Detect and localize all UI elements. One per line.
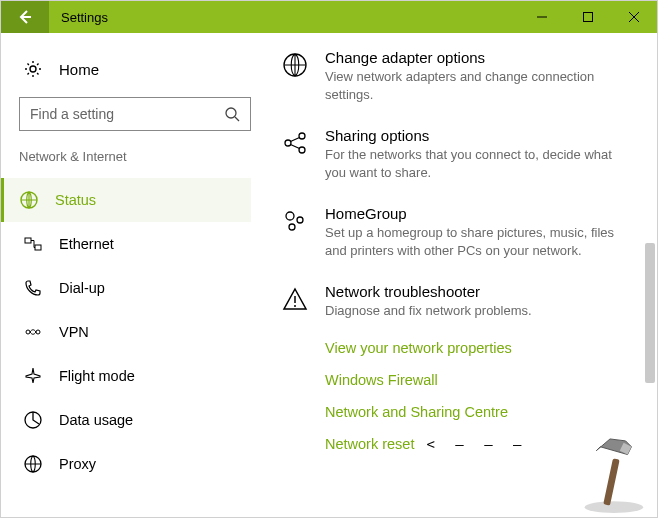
option-sharing[interactable]: Sharing options For the networks that yo… xyxy=(281,127,629,181)
main-panel: Change adapter options View network adap… xyxy=(269,33,657,517)
svg-line-20 xyxy=(291,145,300,149)
option-adapter[interactable]: Change adapter options View network adap… xyxy=(281,49,629,103)
svg-point-22 xyxy=(297,217,303,223)
option-title: HomeGroup xyxy=(325,205,629,222)
link-windows-firewall[interactable]: Windows Firewall xyxy=(325,372,629,388)
sidebar-item-ethernet[interactable]: Ethernet xyxy=(19,222,251,266)
sidebar: Home Find a setting Network & Internet S… xyxy=(1,33,269,517)
svg-point-5 xyxy=(30,66,36,72)
vpn-icon xyxy=(23,322,43,342)
maximize-button[interactable] xyxy=(565,1,611,33)
svg-point-11 xyxy=(26,330,30,334)
ethernet-icon xyxy=(23,234,43,254)
search-icon xyxy=(224,106,240,122)
nav-label: VPN xyxy=(59,324,89,340)
back-button[interactable] xyxy=(1,1,49,33)
home-label: Home xyxy=(59,61,99,78)
link-network-reset[interactable]: Network reset xyxy=(325,436,414,452)
svg-point-12 xyxy=(36,330,40,334)
home-nav[interactable]: Home xyxy=(19,51,251,97)
window-controls xyxy=(519,1,657,33)
svg-point-16 xyxy=(285,140,291,146)
svg-point-25 xyxy=(294,305,296,307)
share-icon xyxy=(281,129,309,157)
sidebar-item-proxy[interactable]: Proxy xyxy=(19,442,251,486)
data-icon xyxy=(23,410,43,430)
sidebar-item-status[interactable]: Status xyxy=(1,178,251,222)
airplane-icon xyxy=(23,366,43,386)
svg-point-6 xyxy=(226,108,236,118)
svg-rect-2 xyxy=(584,13,593,22)
phone-icon xyxy=(23,278,43,298)
close-button[interactable] xyxy=(611,1,657,33)
svg-point-18 xyxy=(299,147,305,153)
svg-point-17 xyxy=(299,133,305,139)
svg-rect-9 xyxy=(25,238,31,243)
option-desc: For the networks that you connect to, de… xyxy=(325,146,629,181)
svg-rect-10 xyxy=(35,245,41,250)
gear-icon xyxy=(23,59,43,79)
search-input[interactable]: Find a setting xyxy=(19,97,251,131)
content-area: Home Find a setting Network & Internet S… xyxy=(1,33,657,517)
sidebar-item-dialup[interactable]: Dial-up xyxy=(19,266,251,310)
link-list: View your network properties Windows Fir… xyxy=(325,340,629,452)
homegroup-icon xyxy=(281,207,309,235)
nav-label: Ethernet xyxy=(59,236,114,252)
sidebar-item-flightmode[interactable]: Flight mode xyxy=(19,354,251,398)
sidebar-item-datausage[interactable]: Data usage xyxy=(19,398,251,442)
status-icon xyxy=(19,190,39,210)
option-title: Change adapter options xyxy=(325,49,629,66)
nav-label: Status xyxy=(55,192,96,208)
option-desc: Diagnose and fix network problems. xyxy=(325,302,532,320)
nav-list: Status Ethernet Dial-up VPN Flight mode … xyxy=(19,178,251,486)
svg-point-21 xyxy=(286,212,294,220)
network-reset-row: Network reset < – – – xyxy=(325,436,629,452)
svg-line-7 xyxy=(235,117,239,121)
search-placeholder: Find a setting xyxy=(30,106,114,122)
svg-line-19 xyxy=(291,138,300,142)
section-title: Network & Internet xyxy=(19,149,251,164)
option-desc: View network adapters and change connect… xyxy=(325,68,629,103)
nav-label: Data usage xyxy=(59,412,133,428)
option-homegroup[interactable]: HomeGroup Set up a homegroup to share pi… xyxy=(281,205,629,259)
nav-label: Proxy xyxy=(59,456,96,472)
option-title: Sharing options xyxy=(325,127,629,144)
annotation-arrow: < – – – xyxy=(426,436,527,452)
globe-icon xyxy=(23,454,43,474)
arrow-left-icon xyxy=(16,8,34,26)
titlebar: Settings xyxy=(1,1,657,33)
window-title: Settings xyxy=(49,1,519,33)
option-title: Network troubleshooter xyxy=(325,283,532,300)
scrollbar-thumb[interactable] xyxy=(645,243,655,383)
nav-label: Dial-up xyxy=(59,280,105,296)
option-troubleshooter[interactable]: Network troubleshooter Diagnose and fix … xyxy=(281,283,629,320)
minimize-button[interactable] xyxy=(519,1,565,33)
link-network-sharing-centre[interactable]: Network and Sharing Centre xyxy=(325,404,629,420)
globe-icon xyxy=(281,51,309,79)
svg-point-23 xyxy=(289,224,295,230)
option-desc: Set up a homegroup to share pictures, mu… xyxy=(325,224,629,259)
nav-label: Flight mode xyxy=(59,368,135,384)
warning-icon xyxy=(281,285,309,313)
sidebar-item-vpn[interactable]: VPN xyxy=(19,310,251,354)
link-view-properties[interactable]: View your network properties xyxy=(325,340,629,356)
